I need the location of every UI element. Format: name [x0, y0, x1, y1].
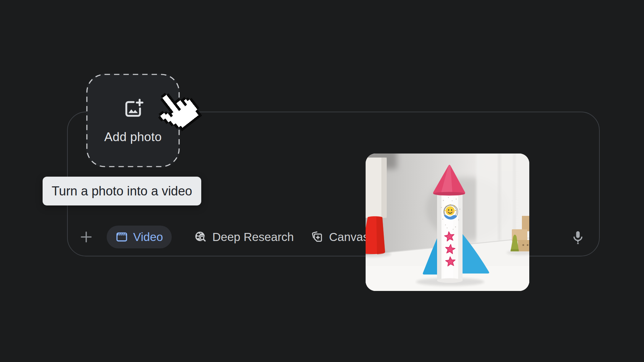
composer-toolbar: Video Deep Research Canvas — [78, 226, 372, 248]
rocket-photo — [366, 154, 529, 291]
page-root: { "app": { "background": "#1b1c1d", "acc… — [0, 0, 644, 362]
tooltip: Turn a photo into a video — [43, 177, 201, 205]
rocket-photo-illustration — [366, 154, 529, 291]
mic-button[interactable] — [570, 229, 586, 246]
dashed-border — [86, 74, 180, 167]
chip-deep-research-label: Deep Research — [212, 230, 294, 244]
add-photo-label: Add photo — [104, 130, 162, 144]
chip-deep-research[interactable]: Deep Research — [191, 226, 297, 248]
tooltip-text: Turn a photo into a video — [52, 184, 192, 198]
add-photo-icon — [121, 97, 145, 121]
chip-video-label: Video — [133, 230, 163, 244]
chip-video[interactable]: Video — [107, 226, 172, 248]
deep-research-icon — [194, 230, 207, 244]
mic-icon — [571, 230, 585, 246]
add-photo-dropzone[interactable]: Add photo — [86, 74, 180, 167]
video-icon — [115, 231, 128, 243]
chip-canvas-label: Canvas — [329, 230, 369, 244]
plus-icon — [78, 229, 94, 245]
chip-canvas[interactable]: Canvas — [307, 226, 372, 248]
canvas-icon — [311, 230, 324, 244]
add-attachment-button[interactable] — [78, 229, 95, 245]
